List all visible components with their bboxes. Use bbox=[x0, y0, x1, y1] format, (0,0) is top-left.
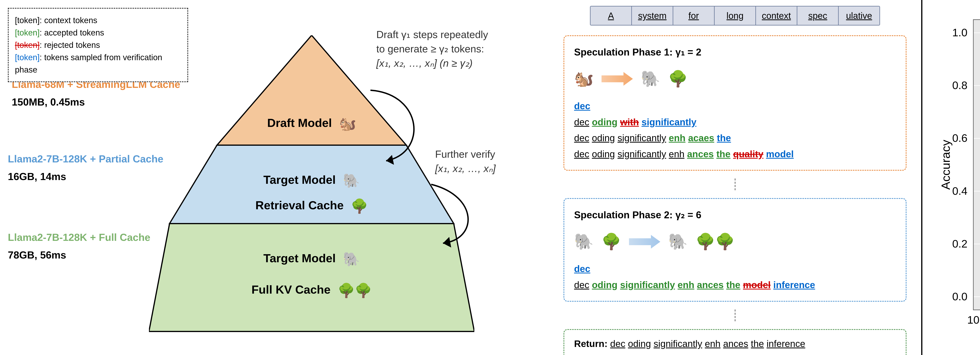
context-token: context bbox=[756, 6, 797, 25]
return-box: Return: dec oding significantly enh ance… bbox=[563, 329, 907, 355]
tree-icon: 🌳 bbox=[351, 199, 368, 214]
tier3-title2: Full KV Cache 🌳🌳 bbox=[149, 282, 474, 299]
svg-text:0.2: 0.2 bbox=[952, 237, 967, 250]
squirrel-icon: 🐿️ bbox=[574, 65, 594, 92]
elephant-icon: 🐘 bbox=[574, 228, 594, 255]
tier2-title1: Target Model 🐘 bbox=[149, 173, 474, 189]
tree-icon: 🌳 bbox=[668, 65, 688, 92]
token-line: dec oding with significantly bbox=[574, 114, 896, 130]
phase2-title: Speculation Phase 2: γ₂ = 6 bbox=[574, 207, 896, 223]
tier1-title: Draft Model 🐿️ bbox=[149, 116, 474, 132]
forest-icon: 🌳🌳 bbox=[695, 228, 735, 255]
return-label: Return: bbox=[574, 339, 610, 349]
connector-line bbox=[735, 309, 736, 321]
context-token: system bbox=[632, 6, 673, 25]
arrow2-caption: Further verify [x₁, x₂, …, xₙ] bbox=[435, 147, 545, 176]
tier3-title1: Target Model 🐘 bbox=[149, 251, 474, 267]
elephant-icon: 🐘 bbox=[641, 65, 660, 92]
token-line: dec bbox=[574, 98, 896, 114]
context-token: spec bbox=[797, 6, 839, 25]
arrow-orange-icon bbox=[601, 72, 633, 86]
phase2-lines: decdec oding significantly enh ances the… bbox=[574, 261, 896, 293]
phase1-title: Speculation Phase 1: γ₁ = 2 bbox=[574, 44, 896, 60]
token-line: dec bbox=[574, 261, 896, 277]
svg-text:10: 10 bbox=[967, 314, 979, 326]
squirrel-icon: 🐿️ bbox=[339, 116, 356, 131]
svg-text:0.6: 0.6 bbox=[952, 132, 967, 144]
tier2-title2: Retrieval Cache 🌳 bbox=[149, 198, 474, 214]
svg-text:1.0: 1.0 bbox=[952, 26, 967, 39]
phase1-lines: decdec oding with significantlydec oding… bbox=[574, 98, 896, 162]
svg-text:0.4: 0.4 bbox=[952, 185, 967, 197]
context-token: A bbox=[590, 6, 632, 25]
diagram-panel: [token][token]: context tokens: context … bbox=[0, 0, 549, 355]
connector-line bbox=[735, 178, 736, 190]
context-token: ulative bbox=[839, 6, 880, 25]
token-line: dec oding significantly enh acaes the bbox=[574, 130, 896, 146]
token-line: dec oding significantly enh ances the mo… bbox=[574, 277, 896, 293]
token-legend: [token][token]: context tokens: context … bbox=[8, 8, 188, 82]
return-tokens: dec oding significantly enh ances the in… bbox=[610, 339, 805, 349]
arrow-blue-icon bbox=[629, 235, 660, 248]
svg-text:Accuracy: Accuracy bbox=[939, 140, 952, 190]
svg-marker-2 bbox=[149, 224, 474, 331]
context-token-row: Asystemforlongcontextspeculative bbox=[590, 6, 880, 25]
pyramid-diagram: Draft Model 🐿️ Target Model 🐘 Retrieval … bbox=[149, 35, 474, 333]
context-token: for bbox=[673, 6, 714, 25]
token-line: dec oding significantly enh ances the qu… bbox=[574, 146, 896, 162]
svg-text:0.8: 0.8 bbox=[952, 79, 967, 91]
tier2-side-label: Llama2-7B-128K + Partial Cache 16GB, 14m… bbox=[8, 153, 163, 182]
phase2-icons: 🐘 🌳 🐘 🌳🌳 bbox=[574, 228, 896, 255]
svg-rect-5 bbox=[973, 20, 980, 310]
tier3-side-label: Llama2-7B-128K + Full Cache 78GB, 56ms bbox=[8, 231, 150, 261]
chart-panel: 1020304050600.00.20.40.60.81.0Latency (m… bbox=[921, 0, 980, 355]
tree-icon: 🌳 bbox=[601, 228, 621, 255]
phase2-box: Speculation Phase 2: γ₂ = 6 🐘 🌳 🐘 🌳🌳 dec… bbox=[563, 198, 907, 301]
phase1-box: Speculation Phase 1: γ₁ = 2 🐿️ 🐘 🌳 decde… bbox=[563, 35, 907, 170]
arrow1-caption: Draft γ₁ steps repeatedly to generate ≥ … bbox=[376, 27, 545, 70]
accuracy-latency-chart: 1020304050600.00.20.40.60.81.0Latency (m… bbox=[938, 8, 980, 341]
elephant-icon: 🐘 bbox=[668, 228, 688, 255]
context-token: long bbox=[714, 6, 756, 25]
svg-text:0.0: 0.0 bbox=[952, 290, 967, 302]
phase1-icons: 🐿️ 🐘 🌳 bbox=[574, 65, 896, 92]
elephant-icon: 🐘 bbox=[343, 173, 360, 188]
forest-icon: 🌳🌳 bbox=[338, 283, 372, 298]
elephant-icon: 🐘 bbox=[343, 252, 360, 267]
speculation-panel: Asystemforlongcontextspeculative Specula… bbox=[549, 0, 921, 355]
